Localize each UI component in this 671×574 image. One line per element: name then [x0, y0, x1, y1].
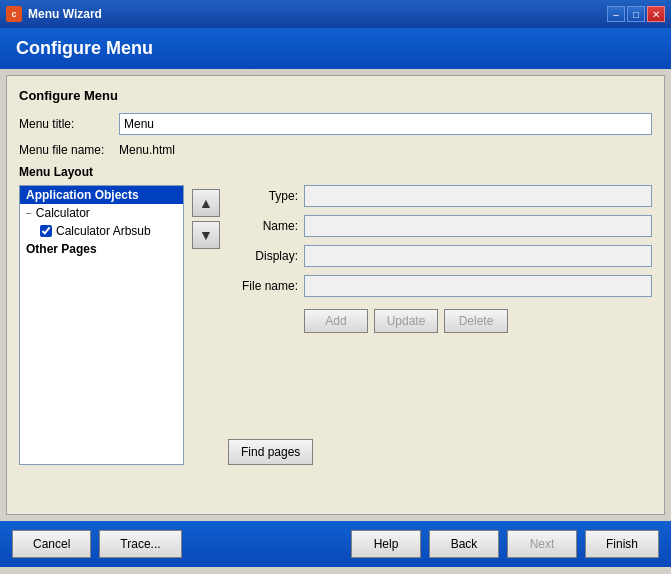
filename-row: File name: — [228, 275, 652, 297]
maximize-button[interactable]: □ — [627, 6, 645, 22]
expand-icon: − — [26, 208, 32, 219]
update-button[interactable]: Update — [374, 309, 438, 333]
menu-title-label: Menu title: — [19, 117, 119, 131]
tree-panel[interactable]: Application Objects − Calculator Calcula… — [19, 185, 184, 465]
display-row: Display: — [228, 245, 652, 267]
main-content: Configure Menu Menu title: Menu file nam… — [6, 75, 665, 515]
header-strip: Configure Menu — [0, 28, 671, 69]
menu-title-input[interactable] — [119, 113, 652, 135]
type-row: Type: — [228, 185, 652, 207]
arrow-down-button[interactable]: ▼ — [192, 221, 220, 249]
layout-area: Application Objects − Calculator Calcula… — [19, 185, 652, 465]
menu-filename-value: Menu.html — [119, 143, 175, 157]
name-row: Name: — [228, 215, 652, 237]
menu-title-row: Menu title: — [19, 113, 652, 135]
header-title: Configure Menu — [16, 38, 153, 58]
title-bar-text: Menu Wizard — [28, 7, 102, 21]
other-pages-title: Other Pages — [20, 240, 183, 258]
title-controls: – □ ✕ — [607, 6, 665, 22]
menu-filename-row: Menu file name: Menu.html — [19, 143, 652, 157]
delete-button[interactable]: Delete — [444, 309, 508, 333]
action-buttons: Add Update Delete — [228, 309, 652, 333]
finish-button[interactable]: Finish — [585, 530, 659, 558]
type-label: Type: — [228, 189, 298, 203]
cancel-button[interactable]: Cancel — [12, 530, 91, 558]
tree-item-label: Calculator — [36, 206, 90, 220]
add-button[interactable]: Add — [304, 309, 368, 333]
close-button[interactable]: ✕ — [647, 6, 665, 22]
filename-input[interactable] — [304, 275, 652, 297]
right-panel: Type: Name: Display: File name: Add Upda… — [228, 185, 652, 465]
filename-label: File name: — [228, 279, 298, 293]
type-input[interactable] — [304, 185, 652, 207]
name-input[interactable] — [304, 215, 652, 237]
tree-item-calculator[interactable]: − Calculator — [20, 204, 183, 222]
title-bar: c Menu Wizard – □ ✕ — [0, 0, 671, 28]
bottom-bar: Cancel Trace... Help Back Next Finish — [0, 521, 671, 567]
back-button[interactable]: Back — [429, 530, 499, 558]
menu-layout-label: Menu Layout — [19, 165, 652, 179]
title-bar-left: c Menu Wizard — [6, 6, 102, 22]
help-button[interactable]: Help — [351, 530, 421, 558]
trace-button[interactable]: Trace... — [99, 530, 181, 558]
display-input[interactable] — [304, 245, 652, 267]
menu-filename-label: Menu file name: — [19, 143, 119, 157]
arrow-buttons: ▲ ▼ — [192, 185, 220, 465]
minimize-button[interactable]: – — [607, 6, 625, 22]
app-icon: c — [6, 6, 22, 22]
arrow-up-button[interactable]: ▲ — [192, 189, 220, 217]
tree-header: Application Objects — [20, 186, 183, 204]
section-title: Configure Menu — [19, 88, 652, 103]
find-pages-button[interactable]: Find pages — [228, 439, 313, 465]
tree-item-arbsub-label: Calculator Arbsub — [56, 224, 151, 238]
name-label: Name: — [228, 219, 298, 233]
display-label: Display: — [228, 249, 298, 263]
arbsub-checkbox[interactable] — [40, 225, 52, 237]
next-button[interactable]: Next — [507, 530, 577, 558]
tree-item-arbsub[interactable]: Calculator Arbsub — [20, 222, 183, 240]
